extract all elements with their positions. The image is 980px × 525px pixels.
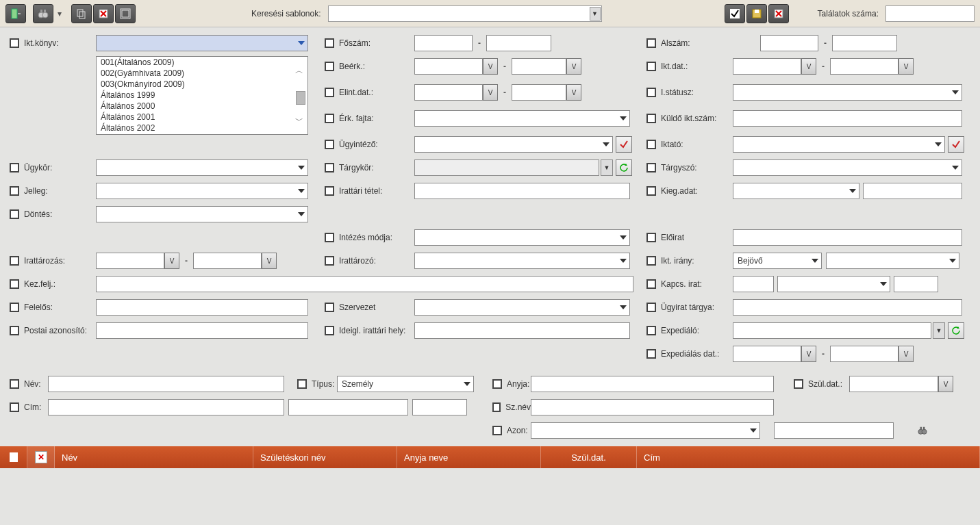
ideiglhely-input[interactable] — [414, 322, 630, 339]
elintdat-from-input[interactable] — [414, 84, 483, 101]
dontes-checkbox[interactable] — [10, 209, 19, 219]
toolbar-dropdown-arrow[interactable]: ▾ — [55, 4, 64, 23]
irattarozas-to-input[interactable] — [193, 253, 262, 269]
expdat-from-input[interactable] — [733, 346, 801, 362]
targyszo-checkbox[interactable] — [646, 163, 656, 172]
header-szulnev[interactable]: Születéskori név — [253, 446, 397, 468]
kiegadat-select[interactable] — [733, 183, 859, 199]
iktdat-from-input[interactable] — [733, 58, 801, 75]
kezfelj-input[interactable] — [96, 276, 633, 292]
kezfelj-checkbox[interactable] — [10, 279, 19, 289]
foszam-checkbox[interactable] — [325, 38, 334, 48]
expand-button[interactable] — [115, 4, 136, 23]
targyszo-select[interactable] — [733, 159, 962, 176]
ugyintezo-checkbox[interactable] — [325, 140, 334, 149]
kapcsirat-checkbox[interactable] — [646, 279, 656, 289]
elintdat-to-input[interactable] — [512, 84, 566, 101]
irattaritetel-input[interactable] — [414, 183, 630, 199]
intezesmodja-checkbox[interactable] — [325, 233, 334, 242]
ugyintezo-select[interactable] — [414, 136, 613, 153]
list-item[interactable]: 003(Okmányirod 2009) — [97, 79, 307, 90]
foszam-to-input[interactable] — [486, 35, 551, 51]
list-item[interactable]: Általános 2002 — [97, 123, 307, 133]
binoculars-button[interactable] — [33, 4, 53, 23]
kuldoikt-checkbox[interactable] — [646, 114, 656, 123]
date-picker-button[interactable]: V — [801, 346, 816, 362]
cim-input2[interactable] — [288, 399, 408, 415]
save-template-button[interactable] — [746, 4, 767, 23]
targykor-dropdown-button[interactable]: ▼ — [601, 159, 613, 176]
foszam-from-input[interactable] — [414, 35, 473, 51]
dontes-select[interactable] — [96, 206, 308, 222]
apply-template-button[interactable] — [725, 4, 745, 23]
iktato-pick-button[interactable] — [948, 136, 964, 153]
iktirany-select2[interactable] — [826, 253, 959, 269]
date-picker-button[interactable]: V — [566, 84, 581, 101]
istatus-checkbox[interactable] — [646, 88, 656, 97]
nev-checkbox[interactable] — [10, 379, 19, 389]
ugyirattargya-input[interactable] — [733, 299, 962, 316]
iktkonyv-checkbox[interactable] — [10, 38, 19, 48]
header-cim[interactable]: Cím — [637, 446, 980, 468]
kiegadat-input[interactable] — [863, 183, 962, 199]
eloirat-checkbox[interactable] — [646, 233, 656, 242]
targykor-input[interactable] — [414, 159, 599, 176]
date-picker-button[interactable]: V — [164, 253, 179, 269]
iktdat-to-input[interactable] — [830, 58, 899, 75]
szervezet-checkbox[interactable] — [325, 303, 334, 312]
list-item[interactable]: Általános 2000 — [97, 101, 307, 112]
nev-input[interactable] — [48, 376, 284, 392]
szervezet-select[interactable] — [414, 299, 630, 316]
iktato-checkbox[interactable] — [646, 140, 656, 149]
elintdat-checkbox[interactable] — [325, 88, 334, 97]
date-picker-button[interactable]: V — [262, 253, 277, 269]
expedialo-checkbox[interactable] — [646, 326, 656, 335]
kiegadat-checkbox[interactable] — [646, 186, 656, 196]
expdat-checkbox[interactable] — [646, 349, 656, 359]
date-picker-button[interactable]: V — [938, 376, 953, 392]
szuldat-input[interactable] — [849, 376, 938, 392]
list-item[interactable]: 002(Gyámhivata 2009) — [97, 68, 307, 79]
erkfajta-select[interactable] — [414, 110, 630, 127]
tipus-checkbox[interactable] — [297, 379, 307, 389]
sznev-checkbox[interactable] — [492, 402, 501, 412]
ideiglhely-checkbox[interactable] — [325, 326, 334, 335]
beerk-checkbox[interactable] — [325, 62, 334, 71]
exit-button[interactable] — [5, 4, 26, 23]
jelleg-select[interactable] — [96, 183, 308, 199]
felelos-checkbox[interactable] — [10, 303, 19, 312]
header-select-all[interactable] — [0, 446, 27, 468]
expdat-to-input[interactable] — [830, 346, 899, 362]
clear-button[interactable] — [93, 4, 114, 23]
delete-template-button[interactable] — [768, 4, 789, 23]
beerk-from-input[interactable] — [414, 58, 483, 75]
intezesmodja-select[interactable] — [414, 229, 630, 246]
felelos-input[interactable] — [96, 299, 308, 316]
szuldat-checkbox[interactable] — [794, 379, 803, 389]
ugykor-checkbox[interactable] — [10, 163, 19, 172]
erkfajta-checkbox[interactable] — [325, 114, 334, 123]
copy-button[interactable] — [71, 4, 92, 23]
iktirany-checkbox[interactable] — [646, 256, 656, 266]
expedialo-refresh-button[interactable] — [948, 322, 964, 339]
select-all-checkbox[interactable] — [10, 452, 18, 462]
jelleg-checkbox[interactable] — [10, 186, 19, 196]
expedialo-input[interactable] — [733, 322, 931, 339]
irattarozo-checkbox[interactable] — [325, 256, 334, 266]
eloirat-input[interactable] — [733, 229, 962, 246]
iktkonyv-listbox[interactable]: 001(Általános 2009) 002(Gyámhivata 2009)… — [96, 56, 308, 135]
kuldoikt-input[interactable] — [733, 110, 962, 127]
iktato-select[interactable] — [733, 136, 945, 153]
irattarozas-checkbox[interactable] — [10, 256, 19, 266]
alszam-checkbox[interactable] — [646, 38, 656, 48]
azon-input[interactable] — [774, 422, 894, 439]
header-anyjaneve[interactable]: Anyja neve — [397, 446, 541, 468]
header-szuldat[interactable]: Szül.dat. — [541, 446, 637, 468]
cim-checkbox[interactable] — [10, 402, 19, 412]
alszam-to-input[interactable] — [832, 35, 897, 51]
anyja-checkbox[interactable] — [492, 379, 502, 389]
istatus-select[interactable] — [733, 84, 962, 101]
combo-dropdown-button[interactable]: ▼ — [590, 7, 601, 21]
ugykor-select[interactable] — [96, 159, 308, 176]
targykor-checkbox[interactable] — [325, 163, 334, 172]
